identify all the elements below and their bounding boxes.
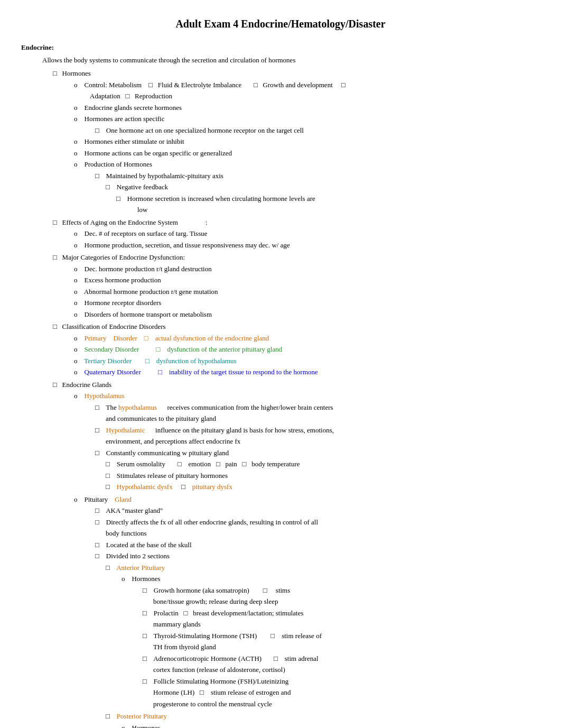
fsh-lh: □ Follicle Stimulating Hormone (FSH)/Lut… — [143, 676, 540, 687]
pituitary-label: o Pituitary Gland — [74, 494, 540, 505]
hormones-label: □ Hormones — [53, 68, 540, 79]
located-base: □ Located at the base of the skull — [95, 540, 540, 550]
main-content: Endocrine: Allows the body systems to co… — [21, 42, 540, 728]
major-categories-section: □ Major Categories of Endocrine Dysfunct… — [21, 252, 540, 319]
directly-affects: □ Directly affects the fx of all other e… — [95, 517, 540, 528]
hypothalamic-influence-cont: environment, and perceptions affect endo… — [95, 436, 540, 447]
directly-affects-cont: body functions — [95, 528, 540, 539]
page-title: Adult Exam 4 Endocrine/Hematology/Disast… — [21, 16, 540, 32]
negative-feedback: □ Negative feedback — [95, 182, 540, 192]
control-item: o Control: Metabolism □ Fluid & Electrol… — [74, 80, 540, 90]
dec-receptors: o Dec. # of receptors on surface of targ… — [74, 228, 540, 239]
posterior-pituitary-label: □ Posterior Pituitary — [106, 711, 540, 722]
section-heading: Endocrine: — [21, 42, 540, 53]
dec-hormone-gland: o Dec. hormone production r/t gland dest… — [74, 264, 540, 274]
tsh: □ Thyroid-Stimulating Hormone (TSH) □ st… — [143, 631, 540, 641]
hypothalamic-pituitary: □ Maintained by hypothalamic-pituitary a… — [95, 171, 540, 181]
hormone-transport: o Disorders of hormone transport or meta… — [74, 309, 540, 320]
anterior-pituitary-label: □ Anterior Pituitary — [106, 563, 540, 573]
hypothalamic-dysfx: □ Hypothalamic dysfx □ pituitary dysfx — [106, 482, 540, 492]
major-categories-label: □ Major Categories of Endocrine Dysfunct… — [53, 252, 540, 263]
hormone-receptor: o Hormone receptor disorders — [74, 298, 540, 308]
hormones-section: □ Hormones o Control: Metabolism □ Fluid… — [21, 68, 540, 215]
master-gland: □ AKA "master gland" — [95, 505, 540, 516]
hormone-secretion-cont: low — [95, 205, 540, 215]
one-hormone-item: □ One hormone act on one specialized hor… — [74, 125, 540, 136]
organ-specific-item: o Hormone actions can be organ specific … — [74, 148, 540, 159]
aging-section: □ Effects of Aging on the Endocrine Syst… — [21, 217, 540, 251]
production-item: o Production of Hormones — [74, 159, 540, 170]
hormone-production-age: o Hormone production, secretion, and tis… — [74, 240, 540, 251]
aging-label: □ Effects of Aging on the Endocrine Syst… — [53, 217, 540, 228]
abnormal-hormone: o Abnormal hormone production r/t gene m… — [74, 287, 540, 297]
tertiary-disorder: o Tertiary Disorder □ dysfunction of hyp… — [74, 356, 540, 366]
excess-hormone: o Excess hormone production — [74, 275, 540, 285]
primary-disorder: o Primary Disorder □ actual dysfunction … — [74, 333, 540, 344]
classification-label: □ Classification of Endocrine Disorders — [53, 321, 540, 332]
hormone-secretion: □ Hormone secretion is increased when ci… — [95, 193, 540, 204]
growth-hormone: □ Growth hormone (aka somatropin) □ stim… — [143, 585, 540, 596]
adaptation-item: Adaptation □ Reproduction — [74, 91, 540, 102]
serum-osmolality: □ Serum osmolality □ emotion □ pain □ bo… — [106, 459, 540, 469]
divided-sections: □ Divided into 2 sections — [95, 551, 540, 561]
hypothalamus-label: o Hypothalamus — [74, 391, 540, 401]
endocrine-glands-section: □ Endocrine Glands o Hypothalamus □ The … — [21, 380, 540, 729]
stimulates-release: □ Stimulates release of pituitary hormon… — [106, 471, 540, 481]
fsh-lh-2: Hormone (LH) □ stium release of estrogen… — [143, 687, 540, 698]
secondary-disorder: o Secondary Disorder □ dysfunction of th… — [74, 344, 540, 355]
action-specific-item: o Hormones are action specific — [74, 114, 540, 124]
constantly-communicating: □ Constantly communicating w pituitary g… — [95, 448, 540, 458]
hypothalamus-receives-cont: and communicates to the pituitary gland — [95, 413, 540, 424]
anterior-hormones-label: o Hormones — [121, 574, 540, 584]
classification-section: □ Classification of Endocrine Disorders … — [21, 321, 540, 377]
acth: □ Adrenocorticotropic Hormone (ACTH) □ s… — [143, 653, 540, 664]
acth-cont: cortex function (release of aldosterone,… — [143, 665, 540, 675]
hypothalamic-influence: □ Hypothalamic influence on the pituitar… — [95, 425, 540, 436]
posterior-hormones-label: o Hormones — [121, 723, 540, 729]
tsh-cont: TH from thyroid gland — [143, 642, 540, 652]
hypothalamus-receives: □ The hypothalamus receives communicatio… — [95, 402, 540, 413]
endocrine-glands-label: □ Endocrine Glands — [53, 380, 540, 390]
endocrine-glands-item: o Endocrine glands secrete hormones — [74, 103, 540, 113]
intro-text: Allows the body systems to communicate t… — [21, 55, 540, 66]
quaternary-disorder: o Quaternary Disorder □ inability of the… — [74, 367, 540, 377]
stimulate-inhibit-item: o Hormones either stimulate or inhibit — [74, 136, 540, 147]
prolactin: □ Prolactin □ breast development/lactati… — [143, 608, 540, 619]
fsh-lh-3: progesterone to control the menstrual cy… — [143, 699, 540, 709]
prolactin-cont: mammary glands — [143, 619, 540, 630]
growth-hormone-cont: bone/tissue growth; release during deep … — [143, 596, 540, 607]
